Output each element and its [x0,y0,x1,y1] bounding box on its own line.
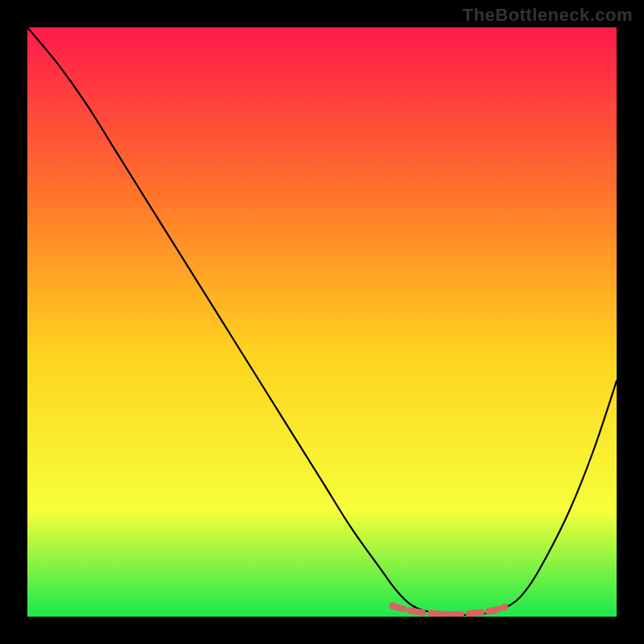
chart-frame: TheBottleneck.com [0,0,644,644]
highlight-marker [389,602,396,609]
highlight-marker [501,604,508,611]
highlight-marker [407,607,414,614]
highlight-marker [419,609,426,616]
plot-area [27,27,617,617]
gradient-background [27,27,617,617]
bottleneck-chart [27,27,617,617]
highlight-marker [489,607,497,614]
watermark-label: TheBottleneck.com [463,5,633,26]
highlight-marker [477,609,485,616]
